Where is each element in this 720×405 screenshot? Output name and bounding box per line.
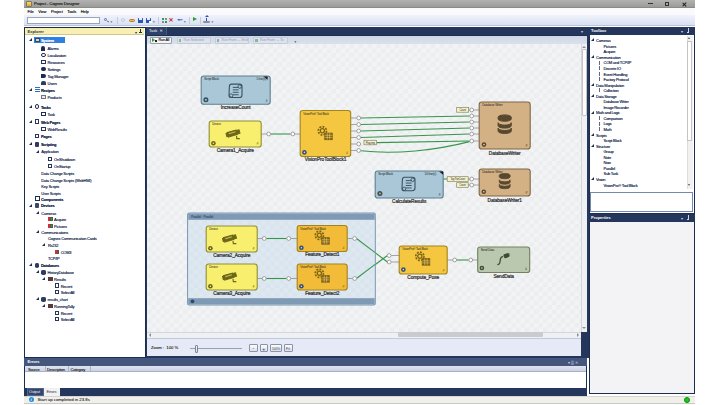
svg-text:Feature_Detect2: Feature_Detect2 (305, 291, 340, 296)
svg-text:Count: Count (459, 108, 466, 112)
svg-text:Script Block: Script Block (204, 77, 219, 81)
svg-text:Count: Count (459, 183, 466, 187)
svg-text:VisionPro® Tool Block: VisionPro® Tool Block (303, 112, 329, 116)
svg-text:Camera3_Acquire: Camera3_Acquire (213, 291, 250, 296)
svg-text:Script Block: Script Block (378, 172, 393, 176)
svg-text:Flag.img: Flag.img (366, 141, 376, 145)
svg-text:CalculateResults: CalculateResults (392, 199, 427, 204)
svg-text:VisionProToolBlock1: VisionProToolBlock1 (304, 158, 346, 163)
svg-text:VisionPro® Tool Block: VisionPro® Tool Block (300, 227, 326, 231)
svg-text:IncreaseCount: IncreaseCount (221, 105, 252, 110)
svg-text:Database Writer: Database Writer (482, 170, 502, 174)
svg-text:Camera1_Acquire: Camera1_Acquire (216, 148, 253, 153)
svg-text:Feature_Detect1: Feature_Detect1 (305, 252, 340, 257)
svg-text:1 line(s): 1 line(s) (256, 77, 266, 81)
svg-text:Parallel : Parallel: Parallel : Parallel (191, 215, 213, 219)
svg-text:DatabaseWriter: DatabaseWriter (489, 151, 521, 156)
svg-text:Camera2_Acquire: Camera2_Acquire (213, 253, 250, 258)
svg-text:Database Writer: Database Writer (482, 103, 502, 107)
svg-text:Device: Device (212, 122, 221, 126)
svg-text:10 line(s): 10 line(s) (424, 172, 436, 176)
svg-text:VisionPro® Tool Block: VisionPro® Tool Block (402, 247, 428, 251)
svg-text:Device: Device (209, 265, 218, 269)
svg-text:DatabaseWriter1: DatabaseWriter1 (487, 198, 522, 203)
svg-text:Device: Device (209, 227, 218, 231)
svg-text:Compute_Pose: Compute_Pose (407, 275, 439, 280)
svg-text:VisionPro® Tool Block: VisionPro® Tool Block (300, 265, 326, 269)
svg-text:SendData: SendData (493, 274, 514, 279)
svg-text:Send Data: Send Data (480, 248, 494, 252)
svg-text:Tag.PartCount: Tag.PartCount (450, 177, 465, 181)
